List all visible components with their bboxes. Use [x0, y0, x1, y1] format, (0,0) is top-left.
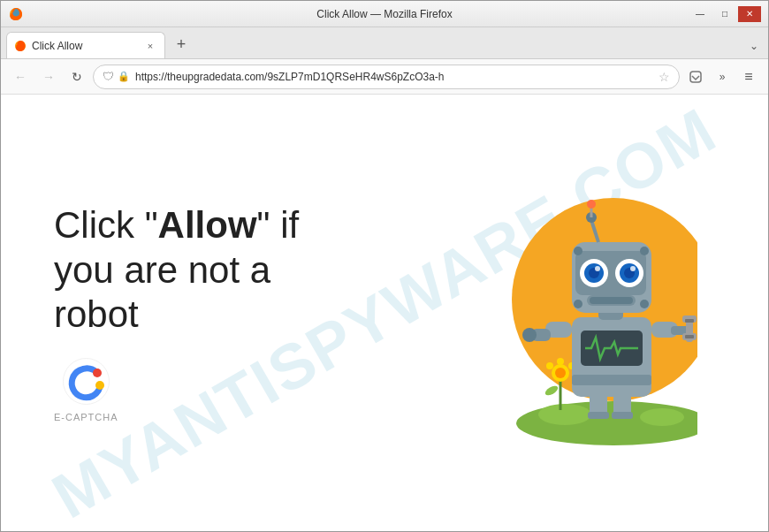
- svg-rect-2: [690, 72, 701, 82]
- more-tools-button[interactable]: »: [710, 65, 735, 89]
- svg-point-13: [557, 358, 564, 365]
- titlebar-title: Click Allow — Mozilla Firefox: [316, 8, 452, 20]
- svg-point-39: [587, 200, 596, 209]
- svg-point-53: [574, 300, 582, 308]
- url-security-icons: 🛡 🔒: [103, 70, 130, 83]
- svg-point-9: [640, 408, 684, 426]
- heading-line3: robot: [54, 293, 139, 335]
- url-text: https://theupgradedata.com/9sZLP7mD1QRSe…: [135, 71, 653, 83]
- svg-point-16: [555, 368, 566, 378]
- tab-close-button[interactable]: ×: [143, 39, 157, 53]
- firefox-logo: [8, 6, 24, 22]
- page-content: MYANTISPYWARE.COM Click "Allow" if you a…: [1, 95, 768, 531]
- main-heading: Click "Allow" if you are not a robot: [54, 203, 390, 337]
- browser-tab[interactable]: Click Allow ×: [6, 32, 165, 58]
- tab-overflow-button[interactable]: ⌄: [745, 37, 763, 55]
- main-container: Click "Allow" if you are not a robot: [1, 95, 768, 531]
- svg-point-48: [630, 266, 636, 271]
- svg-rect-33: [685, 335, 694, 338]
- reload-button[interactable]: ↻: [65, 65, 89, 89]
- svg-point-5: [95, 381, 104, 390]
- svg-point-44: [595, 266, 600, 271]
- browser-window: Click Allow — Mozilla Firefox — □ ✕ Clic…: [0, 0, 769, 532]
- svg-point-54: [640, 300, 649, 308]
- forward-button[interactable]: →: [36, 65, 61, 89]
- bookmark-star-icon[interactable]: ☆: [659, 70, 670, 84]
- left-section: Click "Allow" if you are not a robot: [54, 203, 390, 422]
- back-button[interactable]: ←: [8, 65, 33, 89]
- shield-icon: 🛡: [103, 70, 114, 83]
- navbar: ← → ↻ 🛡 🔒 https://theupgradedata.com/9sZ…: [1, 59, 768, 95]
- tab-favicon: [14, 40, 27, 52]
- maximize-button[interactable]: □: [713, 6, 736, 22]
- svg-rect-20: [612, 412, 633, 419]
- titlebar-left: [8, 6, 24, 22]
- robot-illustration: [468, 171, 697, 445]
- window-controls: — □ ✕: [689, 6, 761, 22]
- svg-point-11: [544, 384, 560, 398]
- svg-rect-19: [588, 412, 609, 419]
- svg-rect-23: [572, 375, 651, 385]
- minimize-button[interactable]: —: [689, 6, 712, 22]
- svg-rect-50: [590, 297, 633, 304]
- right-section: [432, 171, 715, 454]
- svg-point-8: [538, 404, 591, 425]
- captcha-section: E-CAPTCHA: [54, 355, 390, 422]
- heading-allow: Allow: [158, 204, 257, 246]
- captcha-label: E-CAPTCHA: [54, 412, 118, 422]
- nav-right-icons: » ≡: [683, 65, 761, 89]
- svg-point-51: [574, 247, 582, 255]
- svg-point-52: [640, 247, 649, 255]
- titlebar: Click Allow — Mozilla Firefox — □ ✕: [1, 1, 768, 27]
- heading-post: " if: [257, 204, 300, 246]
- pocket-button[interactable]: [683, 65, 708, 89]
- tabbar: Click Allow × + ⌄: [1, 27, 768, 59]
- svg-point-15: [546, 362, 553, 369]
- menu-button[interactable]: ≡: [736, 65, 761, 89]
- url-bar[interactable]: 🛡 🔒 https://theupgradedata.com/9sZLP7mD1…: [93, 65, 680, 89]
- captcha-logo-container: E-CAPTCHA: [54, 355, 118, 422]
- lock-icon: 🔒: [118, 71, 130, 82]
- svg-rect-32: [685, 319, 694, 323]
- heading-line2: you are not a: [54, 249, 270, 291]
- new-tab-button[interactable]: +: [169, 32, 194, 57]
- tab-label: Click Allow: [32, 40, 138, 52]
- robot-scene: [441, 171, 706, 454]
- svg-point-4: [93, 369, 102, 377]
- close-button[interactable]: ✕: [738, 6, 761, 22]
- svg-point-26: [522, 328, 537, 342]
- heading-pre: Click ": [54, 204, 158, 246]
- captcha-logo: [59, 355, 112, 408]
